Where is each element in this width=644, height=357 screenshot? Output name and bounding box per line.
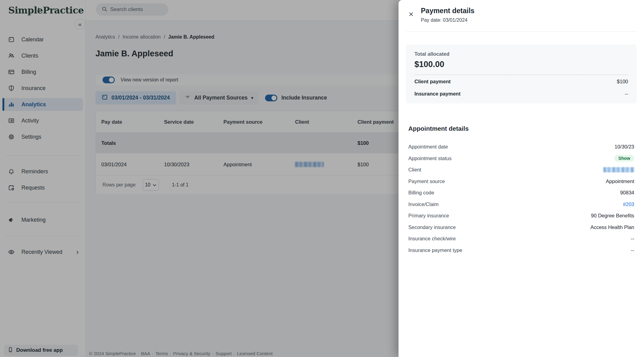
detail-value: Appointment: [606, 178, 634, 184]
detail-row-insurance-payment-type: Insurance payment type --: [408, 245, 634, 256]
detail-label: Billing code: [408, 190, 434, 196]
insurance-payment-value: --: [625, 91, 628, 97]
detail-label: Secondary insurance: [408, 224, 456, 230]
detail-row-secondary-insurance: Secondary insurance Access Health Plan: [408, 222, 634, 233]
detail-label: Appointment status: [408, 156, 451, 161]
detail-value: 90 Degree Benefits: [591, 213, 634, 219]
detail-row-payment-source: Payment source Appointment: [408, 176, 634, 187]
appointment-details-heading: Appointment details: [408, 125, 469, 132]
panel-title: Payment details: [421, 7, 474, 15]
dotted-divider: [414, 74, 628, 75]
detail-row-client: Client: [408, 164, 634, 176]
detail-value: 10/30/23: [615, 144, 634, 150]
close-button[interactable]: ✕: [407, 10, 415, 19]
status-badge: Show: [614, 155, 634, 162]
detail-label: Primary insurance: [408, 213, 449, 219]
payment-details-panel: ✕ Payment details Pay date: 03/01/2024 T…: [399, 0, 644, 357]
detail-row-primary-insurance: Primary insurance 90 Degree Benefits: [408, 210, 634, 222]
detail-label: Invoice/Claim: [408, 201, 439, 207]
detail-value: --: [631, 236, 634, 242]
detail-row-invoice-claim: Invoice/Claim #203: [408, 199, 634, 210]
detail-row-appointment-date: Appointment date 10/30/23: [408, 141, 634, 153]
client-name-redacted: [603, 167, 634, 172]
total-allocated-amount: $100.00: [414, 60, 628, 69]
detail-value: --: [631, 247, 634, 253]
detail-row-appointment-status: Appointment status Show: [408, 153, 634, 164]
total-allocated-card: Total allocated $100.00 Client payment $…: [406, 44, 637, 103]
detail-value: Access Health Plan: [590, 224, 634, 230]
panel-subtitle: Pay date: 03/01/2024: [421, 17, 467, 23]
detail-row-insurance-check-wire: Insurance check/wire --: [408, 233, 634, 245]
detail-row-billing-code: Billing code 90834: [408, 187, 634, 199]
detail-label: Insurance payment type: [408, 247, 462, 253]
client-payment-value: $100: [617, 79, 628, 85]
allocation-row-insurance-payment: Insurance payment --: [414, 88, 628, 100]
detail-label: Appointment date: [408, 144, 448, 150]
allocation-row-client-payment: Client payment $100: [414, 76, 628, 87]
detail-label: Client: [408, 167, 421, 173]
detail-label: Payment source: [408, 178, 445, 184]
insurance-payment-label: Insurance payment: [414, 91, 460, 97]
app-root: SimplePractice Calendar Clients Billing: [0, 0, 644, 357]
panel-header-divider: [406, 32, 637, 32]
client-payment-label: Client payment: [414, 79, 451, 85]
detail-value: 90834: [620, 190, 634, 196]
total-allocated-label: Total allocated: [414, 51, 628, 57]
invoice-claim-link[interactable]: #203: [623, 201, 634, 207]
detail-label: Insurance check/wire: [408, 236, 456, 242]
close-icon: ✕: [408, 11, 414, 18]
appointment-details-list: Appointment date 10/30/23 Appointment st…: [408, 141, 634, 256]
